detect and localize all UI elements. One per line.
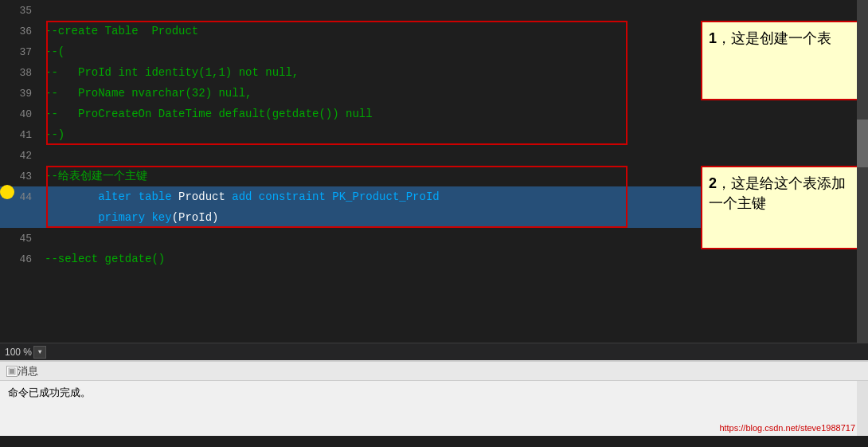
line-number-46: 46 [0,253,40,265]
line-number-38: 38 [0,67,40,79]
line-content-46: --select getdate() [40,253,165,265]
line-content-36: --create Table Product [40,25,198,37]
callout-2: 2，这是给这个表添加一个主键 [701,166,860,249]
line-40: 40 -- ProCreateOn DateTime default(getda… [0,104,868,124]
message-panel: 消息 命令已成功完成。 https://blog.csdn.net/steve1… [0,360,868,436]
callout-1: 1，这是创建一个表 [701,21,860,100]
line-content-37: --( [40,45,65,58]
scrollbar-thumb[interactable] [857,120,868,167]
line-content-39: -- ProName nvarchar(32) null, [40,87,252,100]
callout-2-text: 2，这是给这个表添加一个主键 [709,175,846,211]
keyword-add: add constraint PK_Product_ProId [225,190,440,203]
line-35: 35 [0,0,868,21]
message-tab[interactable]: 消息 [0,362,868,381]
line-41: 41 --) [0,124,868,145]
line-42: 42 [0,145,868,166]
vertical-scrollbar[interactable] [857,0,868,343]
editor-area: 35 36 --create Table Product 37 --( 38 -… [0,0,868,343]
line-content-40: -- ProCreateOn DateTime default(getdate(… [40,108,373,120]
line-number-42: 42 [0,150,40,162]
line-number-39: 39 [0,88,40,100]
message-content: 命令已成功完成。 https://blog.csdn.net/steve1988… [0,381,868,436]
message-text: 命令已成功完成。 [8,386,91,398]
line-number-41: 41 [0,129,40,141]
line-number-43: 43 [0,171,40,182]
line-number-40: 40 [0,108,40,120]
line-46: 46 --select getdate() [0,249,868,269]
zoom-bar: 100 % ▼ [0,343,868,360]
zoom-level: 100 % [5,347,32,358]
line-number-35: 35 [0,5,40,17]
keyword-primary: primary key [98,211,171,224]
identifier-proid-paren: (ProId) [172,211,219,224]
csdn-watermark: https://blog.csdn.net/steve1988717 [719,423,855,433]
line-number-37: 37 [0,46,40,58]
line-content-41: --) [40,128,65,141]
line-number-36: 36 [0,25,40,37]
yellow-dot [0,185,14,199]
callout-1-text: 1，这是创建一个表 [709,30,831,46]
line-number-45: 45 [0,233,40,245]
message-tab-label: 消息 [18,364,38,378]
code-lines: 35 36 --create Table Product 37 --( 38 -… [0,0,868,343]
message-tab-icon [6,366,18,377]
line-content-38: -- ProId int identity(1,1) not null, [40,66,299,79]
zoom-dropdown[interactable]: ▼ [33,346,46,359]
message-scrollbar[interactable] [857,381,868,436]
